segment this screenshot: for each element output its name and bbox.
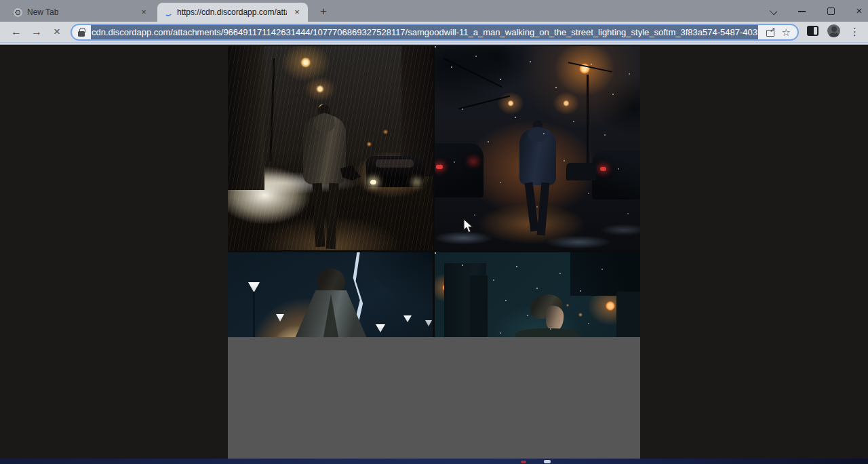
tree-branch	[458, 96, 510, 110]
car-silhouette	[566, 163, 596, 180]
snow-particles	[435, 46, 436, 47]
man-head	[318, 104, 330, 118]
close-window-button[interactable]: ×	[854, 6, 864, 16]
generated-image-top-left	[228, 46, 433, 250]
car-silhouette	[366, 156, 425, 187]
restore-button[interactable]	[826, 6, 835, 16]
tab-new-tab[interactable]: New Tab ×	[7, 3, 155, 22]
car-silhouette	[435, 143, 484, 197]
tab-strip: New Tab × https://cdn.discordapp.com/att…	[0, 0, 868, 22]
lightning-hood-scene	[228, 252, 433, 337]
generated-image-bottom-right	[435, 252, 640, 337]
taskbar-app-icon	[544, 460, 551, 463]
chevron-down-icon[interactable]	[769, 6, 778, 16]
taskbar-app-icon	[521, 461, 526, 463]
lamp-post	[269, 58, 275, 161]
url-text-selected[interactable]: cdn.discordapp.com/attachments/966491171…	[91, 25, 758, 39]
building-silhouette	[570, 252, 640, 296]
building-silhouette	[470, 275, 488, 337]
forward-button[interactable]: →	[28, 24, 45, 40]
profile-avatar[interactable]	[827, 24, 840, 37]
address-bar[interactable]: cdn.discordapp.com/attachments/966491171…	[71, 24, 799, 41]
street-lamp	[276, 314, 284, 322]
bookmark-star-icon[interactable]: ☆	[782, 28, 791, 37]
building-silhouette	[401, 46, 433, 176]
man-leg	[525, 182, 539, 232]
tab-close-icon[interactable]: ×	[138, 7, 149, 18]
lamp-post	[587, 75, 589, 170]
street-lamp	[425, 320, 432, 326]
man-leg	[326, 183, 338, 250]
generated-image-bottom-left	[228, 252, 433, 337]
man-leg	[313, 183, 326, 248]
building-silhouette	[616, 292, 640, 337]
lamp-post	[253, 292, 255, 337]
street-lamp	[376, 324, 385, 332]
side-panel-icon[interactable]	[807, 26, 818, 36]
night-rain-scene	[228, 46, 433, 250]
page-content	[0, 45, 868, 459]
man-leg	[537, 182, 550, 236]
grid-seam	[433, 46, 435, 337]
carried-object	[340, 166, 361, 180]
man-jacket	[515, 328, 579, 337]
tab-discord-cdn[interactable]: https://cdn.discordapp.com/atta ×	[157, 3, 308, 22]
tab-title: New Tab	[27, 7, 134, 17]
tab-title: https://cdn.discordapp.com/atta	[177, 7, 287, 17]
browser-toolbar: ← → × cdn.discordapp.com/attachments/966…	[0, 22, 868, 42]
tab-close-icon[interactable]: ×	[292, 7, 302, 18]
street-lamp	[248, 282, 260, 292]
lock-icon	[78, 31, 85, 37]
man-hoodie	[519, 128, 556, 185]
back-button[interactable]: ←	[8, 24, 24, 40]
chrome-favicon-icon	[14, 8, 22, 17]
man-jacket	[303, 115, 346, 185]
stop-loading-button[interactable]: ×	[49, 24, 65, 40]
building-silhouette	[228, 46, 264, 190]
browser-menu-icon[interactable]: ⋮	[850, 24, 860, 40]
street-lamp	[403, 315, 412, 322]
new-tab-button[interactable]: +	[316, 5, 331, 20]
snow-particles	[435, 252, 436, 254]
loading-spinner-icon	[163, 7, 173, 17]
share-icon[interactable]	[766, 28, 775, 37]
attachment-image[interactable]	[228, 46, 640, 459]
car-silhouette	[592, 151, 640, 199]
profile-face-scene	[435, 252, 640, 337]
minimize-button[interactable]	[797, 6, 807, 16]
tree-branch	[443, 58, 502, 88]
tree-branch	[568, 62, 612, 73]
image-loading-placeholder	[228, 337, 640, 459]
mouse-cursor	[463, 218, 475, 235]
windows-taskbar-edge[interactable]	[0, 459, 868, 464]
window-controls: ×	[769, 0, 864, 22]
